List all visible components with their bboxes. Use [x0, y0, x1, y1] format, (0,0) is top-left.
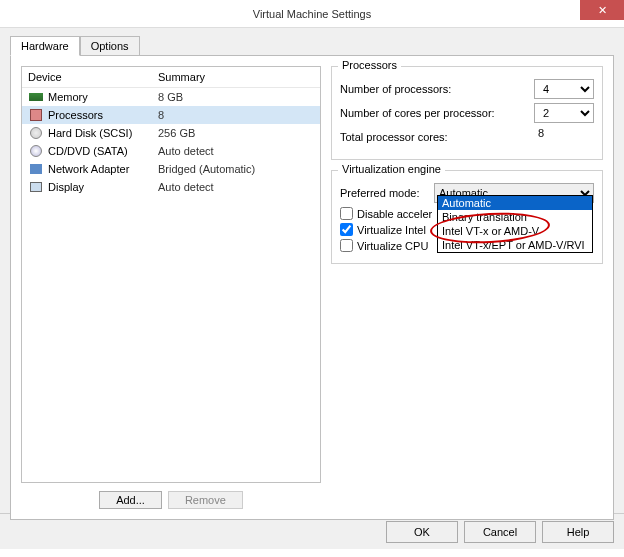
device-name: Network Adapter: [48, 163, 158, 175]
disable-accel-label: Disable acceler: [357, 208, 432, 220]
disp-icon: [28, 180, 44, 194]
col-device: Device: [28, 71, 158, 83]
close-icon: ✕: [598, 4, 607, 17]
tab-options[interactable]: Options: [80, 36, 140, 55]
device-row-cd-dvd-sata-[interactable]: CD/DVD (SATA)Auto detect: [22, 142, 320, 160]
cores-per-proc-select[interactable]: 2: [534, 103, 594, 123]
num-processors-label: Number of processors:: [340, 83, 534, 95]
device-summary: 8 GB: [158, 91, 183, 103]
device-summary: 8: [158, 109, 164, 121]
cores-per-proc-label: Number of cores per processor:: [340, 107, 534, 119]
dropdown-option[interactable]: Automatic: [438, 196, 592, 210]
total-cores-label: Total processor cores:: [340, 131, 534, 143]
virtualize-cpu-checkbox[interactable]: [340, 239, 353, 252]
mem-icon: [28, 90, 44, 104]
device-name: CD/DVD (SATA): [48, 145, 158, 157]
tab-hardware[interactable]: Hardware: [10, 36, 80, 56]
device-name: Memory: [48, 91, 158, 103]
group-title-processors: Processors: [338, 59, 401, 71]
group-processors: Processors Number of processors: 4 Numbe…: [331, 66, 603, 160]
device-row-network-adapter[interactable]: Network AdapterBridged (Automatic): [22, 160, 320, 178]
dropdown-option[interactable]: Binary translation: [438, 210, 592, 224]
tab-body: Device Summary Memory8 GBProcessors8Hard…: [10, 55, 614, 520]
left-panel: Device Summary Memory8 GBProcessors8Hard…: [21, 66, 321, 509]
total-cores-value: 8: [534, 127, 594, 147]
hdd-icon: [28, 126, 44, 140]
right-panel: Processors Number of processors: 4 Numbe…: [331, 66, 603, 509]
close-button[interactable]: ✕: [580, 0, 624, 20]
remove-button[interactable]: Remove: [168, 491, 243, 509]
device-list-header: Device Summary: [22, 67, 320, 88]
device-buttons: Add... Remove: [21, 483, 321, 509]
virtualize-intel-checkbox[interactable]: [340, 223, 353, 236]
device-summary: Auto detect: [158, 145, 214, 157]
device-row-hard-disk-scsi-[interactable]: Hard Disk (SCSI)256 GB: [22, 124, 320, 142]
preferred-mode-dropdown[interactable]: Automatic Binary translation Intel VT-x …: [437, 195, 593, 253]
col-summary: Summary: [158, 71, 205, 83]
content-area: Hardware Options Device Summary Memory8 …: [0, 28, 624, 513]
device-name: Hard Disk (SCSI): [48, 127, 158, 139]
help-button[interactable]: Help: [542, 521, 614, 543]
device-row-processors[interactable]: Processors8: [22, 106, 320, 124]
num-processors-select[interactable]: 4: [534, 79, 594, 99]
device-list: Device Summary Memory8 GBProcessors8Hard…: [21, 66, 321, 483]
device-summary: 256 GB: [158, 127, 195, 139]
group-virtualization-engine: Virtualization engine Preferred mode: Au…: [331, 170, 603, 264]
device-name: Processors: [48, 109, 158, 121]
ok-button[interactable]: OK: [386, 521, 458, 543]
tab-strip: Hardware Options: [10, 36, 614, 55]
device-name: Display: [48, 181, 158, 193]
preferred-mode-label: Preferred mode:: [340, 187, 430, 199]
cpu-icon: [28, 108, 44, 122]
cancel-button[interactable]: Cancel: [464, 521, 536, 543]
disable-accel-checkbox[interactable]: [340, 207, 353, 220]
titlebar: Virtual Machine Settings ✕: [0, 0, 624, 28]
window-title: Virtual Machine Settings: [253, 8, 371, 20]
net-icon: [28, 162, 44, 176]
virtualize-intel-label: Virtualize Intel: [357, 224, 426, 236]
device-summary: Bridged (Automatic): [158, 163, 255, 175]
cd-icon: [28, 144, 44, 158]
device-summary: Auto detect: [158, 181, 214, 193]
dropdown-option[interactable]: Intel VT-x or AMD-V: [438, 224, 592, 238]
add-button[interactable]: Add...: [99, 491, 162, 509]
device-row-display[interactable]: DisplayAuto detect: [22, 178, 320, 196]
virtualize-cpu-label: Virtualize CPU: [357, 240, 428, 252]
dropdown-option[interactable]: Intel VT-x/EPT or AMD-V/RVI: [438, 238, 592, 252]
group-title-ve: Virtualization engine: [338, 163, 445, 175]
device-row-memory[interactable]: Memory8 GB: [22, 88, 320, 106]
